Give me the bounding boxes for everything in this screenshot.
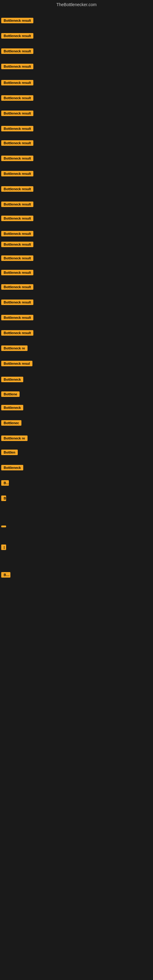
bottleneck-badge-row: Bottleneck resul (1, 361, 32, 368)
bottleneck-badge-row: Bottleneck result (1, 80, 33, 87)
bottleneck-badge[interactable]: Bottleneck result (1, 126, 33, 131)
bottleneck-badge-row: Bottleneck result (1, 330, 33, 337)
bottleneck-badge-row: Bottleneck result (1, 48, 33, 55)
bottleneck-badge-row: Bottleneck result (1, 33, 33, 40)
bottleneck-badge[interactable]: Bottleneck result (1, 330, 33, 336)
bottleneck-badge[interactable]: Bottleneck result (1, 156, 33, 161)
bottleneck-badge-row: Bottlen (1, 450, 18, 456)
bottleneck-badge-row: Bo (1, 480, 9, 487)
bottleneck-badge[interactable]: Bottleneck resul (1, 361, 32, 366)
bottleneck-badge-row: Bottleneck result (1, 186, 33, 193)
bottleneck-badge-row: Bottleneck result (1, 270, 33, 277)
bottleneck-badge-row: Bottleneck re (1, 345, 27, 352)
bottleneck-badge[interactable]: B (1, 495, 6, 501)
bottleneck-badge-row: Bottleneck result (1, 111, 33, 117)
bottleneck-badge[interactable]: Bottleneck result (1, 270, 33, 275)
bottleneck-badge-row: Bottleneck result (1, 284, 33, 291)
bottleneck-badge-row: Bottleneck result (1, 171, 33, 178)
bottleneck-badge[interactable]: Bottleneck result (1, 315, 33, 320)
bottleneck-badge[interactable]: Bottleneck result (1, 171, 33, 177)
bottleneck-badge[interactable]: | (1, 544, 6, 550)
bottleneck-badge[interactable]: Bottlenec (1, 420, 21, 426)
bottleneck-badge[interactable]: Bottleneck result (1, 95, 33, 101)
bottleneck-badge-row: Bottleneck result (1, 255, 33, 262)
bottleneck-badge-row: Bottleneck result (1, 95, 33, 102)
bottleneck-badge[interactable]: Bot (1, 572, 10, 578)
bottleneck-badge-row: Bottleneck result (1, 126, 33, 133)
bottleneck-badge[interactable]: Bottleneck result (1, 216, 33, 221)
bottleneck-badge[interactable]: Bottleneck result (1, 33, 33, 38)
bottleneck-badge[interactable]: Bottlene (1, 391, 19, 397)
bottleneck-badge-row: Bottleneck result (1, 299, 33, 306)
bottleneck-badge[interactable]: Bottleneck result (1, 231, 33, 236)
bottleneck-badge-row: B (1, 495, 6, 502)
site-title: TheBottlenecker.com (56, 2, 97, 7)
bottleneck-badge-row: Bottleneck result (1, 315, 33, 321)
bottleneck-badge-row: Bottleneck (1, 377, 23, 383)
bottleneck-badge[interactable]: Bottlen (1, 450, 18, 455)
bottleneck-badge[interactable]: Bottleneck result (1, 299, 33, 305)
bottleneck-badge-row: Bottleneck result (1, 231, 33, 238)
bottleneck-badge-row: | (1, 544, 6, 551)
bottleneck-badge[interactable]: Bottleneck result (1, 111, 33, 116)
bottleneck-badge-row: Bottleneck re (1, 436, 27, 442)
bottleneck-badge[interactable]: Bottleneck re (1, 345, 27, 351)
bottleneck-badge-row: Bottleneck result (1, 156, 33, 162)
bottleneck-badge-row: Bottleneck result (1, 140, 33, 147)
bottleneck-badge[interactable]: Bottleneck re (1, 436, 27, 441)
bottleneck-badge[interactable]: Bottleneck result (1, 202, 33, 207)
bottleneck-badge[interactable]: Bottleneck result (1, 48, 33, 54)
bottleneck-badge[interactable]: Bottleneck (1, 405, 23, 410)
bottleneck-badge-row: Bottlenec (1, 420, 21, 427)
bottleneck-badge-row: Bottleneck result (1, 216, 33, 222)
bottleneck-badge[interactable]: Bottleneck result (1, 18, 33, 23)
page-wrapper: TheBottlenecker.com Bottleneck resultBot… (0, 0, 153, 980)
bottleneck-badge[interactable] (1, 525, 6, 527)
bottleneck-badge[interactable]: Bottleneck (1, 465, 23, 470)
bottleneck-badge[interactable]: Bottleneck result (1, 140, 33, 146)
bottleneck-badge[interactable]: Bottleneck result (1, 284, 33, 290)
bottleneck-badge-row: Bottleneck (1, 465, 23, 472)
bottleneck-badge-row: Bottleneck result (1, 64, 33, 70)
badges-container: Bottleneck resultBottleneck resultBottle… (0, 9, 153, 958)
bottleneck-badge-row: Bottleneck result (1, 242, 33, 248)
bottleneck-badge-row (1, 523, 6, 528)
bottleneck-badge-row: Bot (1, 572, 10, 579)
bottleneck-badge[interactable]: Bottleneck result (1, 255, 33, 261)
bottleneck-badge[interactable]: Bo (1, 480, 9, 486)
bottleneck-badge-row: Bottleneck result (1, 202, 33, 208)
bottleneck-badge-row: Bottleneck result (1, 18, 33, 24)
bottleneck-badge[interactable]: Bottleneck (1, 377, 23, 382)
bottleneck-badge[interactable]: Bottleneck result (1, 186, 33, 192)
bottleneck-badge-row: Bottleneck (1, 405, 23, 412)
bottleneck-badge-row: Bottlene (1, 391, 19, 398)
bottleneck-badge[interactable]: Bottleneck result (1, 242, 33, 247)
bottleneck-badge[interactable]: Bottleneck result (1, 64, 33, 69)
bottleneck-badge[interactable]: Bottleneck result (1, 80, 33, 86)
site-header: TheBottlenecker.com (0, 0, 153, 9)
